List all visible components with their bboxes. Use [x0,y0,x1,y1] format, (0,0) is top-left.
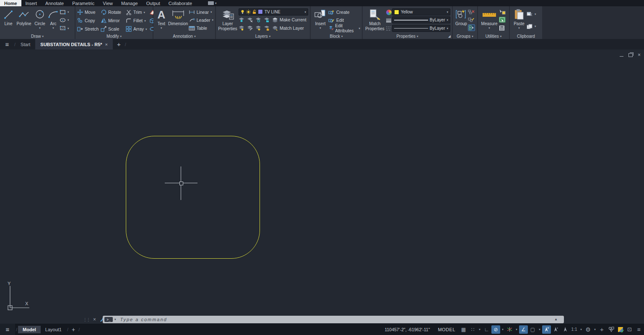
array-button[interactable]: Array ▾ [126,26,149,32]
yellow-polyline-rounded-rectangle[interactable] [126,136,260,259]
command-prompt-icon[interactable]: >_ [104,317,113,322]
fillet-button[interactable]: Fillet ▾ [126,18,149,23]
tab-collaborate[interactable]: Collaborate [164,0,196,6]
draw-panel-label[interactable]: Draw ▾ [0,33,75,39]
minimize-icon[interactable] [620,56,623,57]
command-grip-handle[interactable]: ⋮⋮ [83,317,90,322]
block-create-button[interactable]: Create [328,8,360,16]
model-space-button[interactable]: MODEL [434,327,459,332]
customization-plus-icon[interactable]: + [597,325,606,334]
calculator-icon[interactable] [499,25,505,31]
snap-caret-icon[interactable]: ▾ [478,328,482,331]
linetype-dropdown[interactable]: ByLayer ▾ [392,25,450,32]
tab-annotate[interactable]: Annotate [41,0,68,6]
ellipse-button[interactable]: ▾ [60,16,69,24]
command-close-icon[interactable]: × [93,317,96,322]
block-edit-button[interactable]: Edit [328,16,360,24]
file-tabs-menu-icon[interactable]: ≡ [0,39,14,49]
polyline-button[interactable]: Polyline [15,7,33,33]
tab-insert[interactable]: Insert [21,0,42,6]
tab-home[interactable]: Home [0,0,21,6]
lineweight-dropdown[interactable]: ByLayer ▾ [392,16,450,23]
measure-button[interactable]: Measure ▾ [480,7,499,33]
group-edit-icon[interactable] [468,17,475,22]
paste-button[interactable]: Paste ▾ [512,7,527,33]
tab-manage[interactable]: Manage [117,0,142,6]
cut-button[interactable]: ▾ [527,10,536,18]
annotation-autoscale-icon[interactable] [551,325,560,334]
polar-tracking-icon[interactable]: ⊘ [491,325,500,334]
move-button[interactable]: Move [77,9,101,15]
tab-parametric[interactable]: Parametric [68,0,99,6]
hatch-button[interactable]: ▾ [60,24,69,32]
ungroup-icon[interactable] [468,9,475,15]
tab-close-icon[interactable]: × [105,42,108,47]
table-button[interactable]: Table [189,24,213,32]
isolate-objects-icon[interactable] [607,325,615,334]
layout1-tab[interactable]: Layout1 [41,326,66,333]
match-layer-button[interactable]: Match Layer [272,24,304,32]
quick-select-icon[interactable] [499,9,506,15]
match-properties-button[interactable]: Match Properties [364,7,385,33]
block-edit-attributes-button[interactable]: Edit Attributes ▾ [328,24,360,32]
object-snap-icon[interactable]: ▢ [528,325,537,334]
chevron-down-icon[interactable]: ▾ [114,318,116,321]
tab-view[interactable]: View [99,0,117,6]
dimension-button[interactable]: Dimension [168,7,189,33]
layer-dropdown[interactable]: TV LINE ▾ [239,8,308,16]
quick-calculator-icon[interactable] [499,17,506,23]
gear-caret-icon[interactable]: ▾ [593,328,597,331]
scale-caret-icon[interactable]: ▾ [579,328,583,331]
group-button[interactable]: Group [454,7,468,33]
trim-button[interactable]: Trim ▾ [126,9,149,15]
isodraft-caret-icon[interactable]: ▾ [514,328,519,331]
workspace-gear-icon[interactable]: ⚙ [584,325,592,334]
insert-button[interactable]: Insert ▾ [312,7,328,33]
stretch-button[interactable]: Stretch [77,26,101,32]
ortho-toggle-icon[interactable]: ∟ [482,325,491,334]
rectangle-button[interactable]: ▾ [60,8,69,16]
object-color-dropdown[interactable]: Yellow ▾ [392,8,450,16]
snap-toggle-icon[interactable]: ∷ [468,325,477,334]
layers-panel-label[interactable]: Layers ▾ [216,33,310,39]
restore-icon[interactable] [628,53,633,57]
graphics-performance-icon[interactable] [616,325,625,334]
layout-tabs-menu-icon[interactable]: ≡ [0,324,15,335]
drawing-canvas[interactable]: × Y X ⋮⋮ × >_ ▾ Type a command ▲ [0,49,644,324]
copy-button[interactable]: Copy [77,18,101,23]
model-tab[interactable]: Model [18,326,41,333]
file-tab-start[interactable]: Start [16,39,35,49]
tab-output[interactable]: Output [142,0,164,6]
command-input-bar[interactable]: >_ ▾ Type a command [103,316,564,323]
file-tab-active[interactable]: SUBSTATION DETAILS - R5* × [35,39,113,49]
annotation-visibility-icon[interactable] [542,325,551,334]
copy-clip-button[interactable]: ▾ [527,23,536,30]
close-icon[interactable]: × [638,52,641,58]
leader-button[interactable]: Leader ▾ [189,16,213,24]
layer-properties-button[interactable]: Layer Properties [218,7,238,33]
utilities-panel-label[interactable]: Utilities ▾ [478,33,509,39]
isodraft-icon[interactable] [505,325,514,334]
arc-button[interactable]: Arc ▾ [47,7,60,33]
scale-button[interactable]: Scale [101,26,126,32]
ribbon-display-toggle[interactable]: ▾ [205,0,219,6]
new-layout-button[interactable]: + [69,326,78,333]
object-snap-caret-icon[interactable]: ▾ [538,328,542,331]
annotation-scale-icon[interactable] [561,325,569,334]
object-snap-tracking-icon[interactable]: ∠ [519,325,528,334]
make-current-button[interactable]: Make Current [272,16,306,23]
annotation-scale-value[interactable]: 1:1 [570,325,579,334]
polar-caret-icon[interactable]: ▾ [501,328,505,331]
modify-panel-label[interactable]: Modify ▾ [75,33,153,39]
rotate-button[interactable]: Rotate [101,9,126,15]
circle-button[interactable]: Circle ▾ [33,7,47,33]
grid-toggle-icon[interactable]: ▦ [459,325,468,334]
command-history-arrow[interactable]: ▲ [554,317,558,321]
clean-screen-icon[interactable]: ⊡ [625,325,634,334]
annotation-panel-label[interactable]: Annotation ▾ [153,33,215,39]
status-customization-menu-icon[interactable]: ≡ [634,325,643,334]
mirror-button[interactable]: Mirror [101,18,126,23]
group-selection-toggle[interactable] [468,24,475,31]
linear-button[interactable]: Linear ▾ [189,8,213,16]
text-button[interactable]: A Text ▾ [155,7,168,33]
